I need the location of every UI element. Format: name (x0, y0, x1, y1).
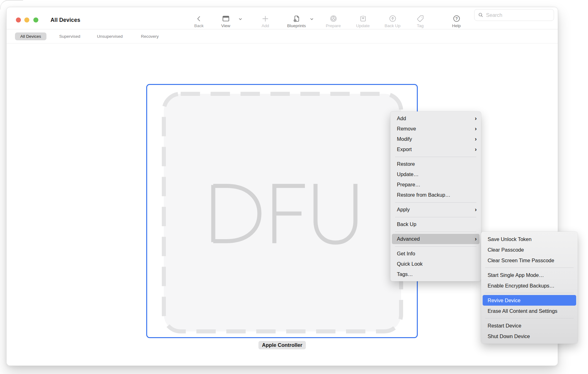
menu-item-clear-passcode[interactable]: Clear Passcode (483, 244, 576, 255)
chevron-down-icon (239, 17, 242, 21)
device-name-label: Apple Controller (257, 341, 307, 349)
context-menu: Add Remove Modify Export Restore Update…… (390, 111, 481, 281)
search-field[interactable] (474, 9, 554, 21)
search-input[interactable] (486, 12, 551, 18)
submenu-chevron-icon (475, 125, 477, 131)
screenshot-stage: All Devices Back View (0, 0, 588, 374)
menu-item-erase-all-content-and-settings[interactable]: Erase All Content and Settings (483, 306, 576, 316)
toolbar-prepare-button[interactable]: Prepare (319, 14, 347, 28)
tag-icon (406, 14, 434, 23)
menu-item-shut-down-device[interactable]: Shut Down Device (483, 331, 576, 342)
menu-item-start-single-app-mode[interactable]: Start Single App Mode… (483, 270, 576, 280)
menu-item-enable-encrypted-backups[interactable]: Enable Encrypted Backups… (483, 280, 576, 291)
menu-separator (395, 217, 476, 217)
menu-separator (395, 232, 476, 232)
menu-item-back-up[interactable]: Back Up (392, 219, 480, 229)
menu-item-revive-device[interactable]: Revive Device (483, 295, 576, 306)
menu-item-prepare[interactable]: Prepare… (392, 180, 480, 190)
minimize-window-button[interactable] (24, 17, 29, 22)
submenu-chevron-icon (475, 136, 477, 142)
plus-icon (251, 14, 279, 23)
menu-item-export[interactable]: Export (392, 144, 480, 155)
tab-recovery[interactable]: Recovery (141, 32, 159, 40)
close-window-button[interactable] (16, 17, 21, 22)
zoom-window-button[interactable] (33, 17, 38, 22)
window-view-icon (212, 14, 240, 23)
menu-item-quick-look[interactable]: Quick Look (392, 259, 480, 269)
submenu-chevron-icon (475, 115, 477, 121)
prepare-gear-icon (319, 14, 347, 23)
menu-separator (485, 318, 574, 318)
submenu-chevron-icon (475, 206, 477, 212)
window-title: All Devices (51, 17, 80, 23)
menu-separator (485, 293, 574, 293)
tab-all-devices[interactable]: All Devices (15, 32, 46, 40)
menu-item-remove[interactable]: Remove (392, 124, 480, 134)
menu-separator (485, 268, 574, 268)
advanced-submenu: Save Unlock Token Clear Passcode Clear S… (481, 232, 578, 344)
menu-item-add[interactable]: Add (392, 113, 480, 124)
toolbar-blueprints-button[interactable]: Blueprints (282, 14, 311, 28)
filter-tabbar: All Devices Supervised Unsupervised Reco… (7, 29, 558, 43)
menu-separator (395, 157, 476, 157)
submenu-chevron-icon (475, 146, 477, 152)
question-circle-icon: ? (442, 14, 470, 23)
menu-item-restore-from-backup[interactable]: Restore from Backup… (392, 190, 480, 200)
download-tray-icon (349, 14, 377, 23)
chevron-left-icon (185, 14, 213, 23)
menu-separator (395, 246, 476, 247)
toolbar-add-button[interactable]: Add (251, 14, 279, 28)
menu-item-restart-device[interactable]: Restart Device (483, 320, 576, 331)
svg-text:?: ? (455, 16, 458, 21)
menu-item-modify[interactable]: Modify (392, 134, 480, 144)
tab-supervised[interactable]: Supervised (59, 32, 80, 40)
menu-item-save-unlock-token[interactable]: Save Unlock Token (483, 234, 576, 244)
toolbar-tag-button[interactable]: Tag (406, 14, 434, 28)
upload-circle-icon (378, 14, 407, 23)
search-icon (478, 12, 484, 18)
dfu-device-tile[interactable] (162, 92, 403, 333)
submenu-chevron-icon (475, 236, 477, 242)
toolbar-back-button[interactable]: Back (185, 14, 213, 28)
toolbar-help-button[interactable]: ? Help (442, 14, 470, 28)
menu-item-get-info[interactable]: Get Info (392, 249, 480, 259)
tab-unsupervised[interactable]: Unsupervised (97, 32, 123, 40)
menu-item-restore[interactable]: Restore (392, 159, 480, 169)
menu-item-clear-screen-time-passcode[interactable]: Clear Screen Time Passcode (483, 255, 576, 266)
menu-item-advanced[interactable]: Advanced (392, 234, 480, 244)
blueprint-document-icon (282, 14, 311, 23)
titlebar: All Devices Back View (7, 7, 558, 29)
toolbar-update-button[interactable]: Update (349, 14, 377, 28)
menu-separator (395, 202, 476, 203)
chevron-down-icon (310, 17, 314, 21)
menu-item-update[interactable]: Update… (392, 169, 480, 180)
toolbar-backup-button[interactable]: Back Up (378, 14, 407, 28)
toolbar-view-button[interactable]: View (212, 14, 240, 28)
menu-item-tags[interactable]: Tags… (392, 269, 480, 279)
menu-item-apply[interactable]: Apply (392, 204, 480, 215)
